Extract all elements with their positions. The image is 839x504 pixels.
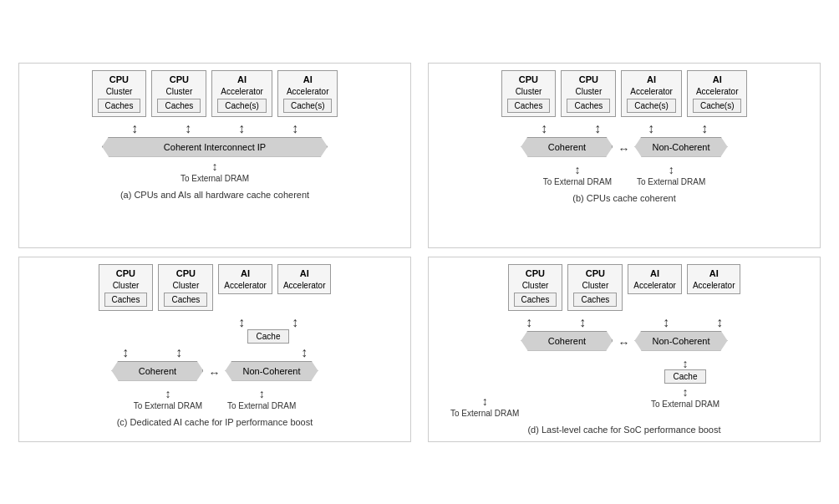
c-ai-arrow-2: ↕ bbox=[271, 316, 319, 329]
ai-accel-1: AI Accelerator Cache(s) bbox=[211, 70, 272, 117]
banners-b: Coherent ↔ Non-Coherent bbox=[521, 137, 727, 160]
d-ai-2: AI Accelerator bbox=[687, 264, 741, 294]
b-cpu-2: CPU Cluster Caches bbox=[561, 70, 616, 117]
components-row-c: CPU Cluster Caches CPU Cluster Caches AI… bbox=[99, 264, 332, 311]
b-ai-2: AI Accelerator Cache(s) bbox=[687, 70, 748, 117]
d-cpu-1: CPU Cluster Caches bbox=[508, 264, 563, 311]
interconnect-banner-a: Coherent Interconnect IP bbox=[102, 137, 328, 157]
arrow-4: ↕ bbox=[271, 122, 319, 135]
dram-label-a: To External DRAM bbox=[181, 174, 249, 183]
c-cpu-2: CPU Cluster Caches bbox=[158, 264, 213, 311]
coherent-banner-b: Coherent bbox=[521, 137, 613, 157]
dram-item-c1: ↕ To External DRAM bbox=[134, 388, 202, 412]
arrows-a: ↕ ↕ ↕ ↕ bbox=[26, 122, 404, 135]
coherent-banner-d: Coherent bbox=[521, 331, 613, 351]
d-cpu-arrow-1: ↕ bbox=[505, 316, 553, 329]
c-cache-box-row: Cache bbox=[26, 329, 404, 346]
c-ai-cache: Cache bbox=[247, 329, 290, 344]
cache-box-4: Cache(s) bbox=[283, 99, 333, 113]
ai-accel-2: AI Accelerator Cache(s) bbox=[277, 70, 338, 117]
c-ai-cache-row: ↕ ↕ bbox=[26, 316, 404, 329]
c-cpu-arrow-2: ↕ bbox=[155, 346, 203, 359]
d-llc-cache: Cache bbox=[664, 369, 707, 384]
c-cache-arrow: ↕ bbox=[280, 346, 328, 359]
cache-box-3: Cache(s) bbox=[217, 99, 267, 113]
diagram-b: CPU Cluster Caches CPU Cluster Caches AI… bbox=[428, 63, 821, 248]
components-row-d: CPU Cluster Caches CPU Cluster Caches AI… bbox=[508, 264, 741, 311]
cache-box-2: Caches bbox=[157, 99, 201, 113]
diagram-title-b: (b) CPUs cache coherent bbox=[572, 193, 676, 203]
cpu-cluster-2: CPU Cluster Caches bbox=[151, 70, 206, 117]
arrow-3: ↕ bbox=[217, 122, 266, 135]
c-ai-1: AI Accelerator bbox=[218, 264, 272, 294]
d-ai-arrow-1: ↕ bbox=[642, 316, 690, 329]
dram-item-c2: ↕ To External DRAM bbox=[227, 388, 296, 412]
d-ai-1: AI Accelerator bbox=[628, 264, 682, 294]
dram-arrow-a: ↕ bbox=[212, 160, 218, 172]
diagram-c: CPU Cluster Caches CPU Cluster Caches AI… bbox=[18, 257, 411, 442]
b-ai-1: AI Accelerator Cache(s) bbox=[621, 70, 682, 117]
d-cpu-2: CPU Cluster Caches bbox=[567, 264, 623, 311]
arrow-2: ↕ bbox=[164, 122, 212, 135]
cache-box-1: Caches bbox=[98, 99, 141, 113]
diagram-title-c: (c) Dedicated AI cache for IP performanc… bbox=[117, 417, 313, 427]
dram-item-b1: ↕ To External DRAM bbox=[543, 164, 612, 188]
dram-item-b2: ↕ To External DRAM bbox=[637, 164, 705, 188]
noncoherent-banner-b: Non-Coherent bbox=[634, 137, 727, 157]
b-arrow-4: ↕ bbox=[680, 122, 729, 135]
c-cpu-arrow-1: ↕ bbox=[101, 346, 150, 359]
noncoherent-banner-d: Non-Coherent bbox=[634, 331, 727, 351]
b-arrow-3: ↕ bbox=[627, 122, 675, 135]
banner-arrow-c: ↔ bbox=[206, 366, 221, 379]
components-row-a: CPU Cluster Caches CPU Cluster Caches AI… bbox=[92, 70, 338, 117]
b-arrow-1: ↕ bbox=[520, 122, 568, 135]
diagram-title-a: (a) CPUs and AIs all hardware cache cohe… bbox=[120, 190, 309, 200]
b-cpu-1: CPU Cluster Caches bbox=[501, 70, 557, 117]
b-arrow-2: ↕ bbox=[573, 122, 622, 135]
diagram-d: CPU Cluster Caches CPU Cluster Caches AI… bbox=[428, 257, 821, 442]
arrow-1: ↕ bbox=[110, 122, 159, 135]
banners-c: Coherent ↔ Non-Coherent bbox=[111, 361, 318, 384]
banner-arrow-d: ↔ bbox=[616, 336, 631, 349]
c-ai-2: AI Accelerator bbox=[277, 264, 332, 294]
coherent-banner-c: Coherent bbox=[111, 361, 203, 381]
cpu-cluster-1: CPU Cluster Caches bbox=[92, 70, 147, 117]
dram-row-c: ↕ To External DRAM ↕ To External DRAM bbox=[134, 388, 297, 412]
components-row-b: CPU Cluster Caches CPU Cluster Caches AI… bbox=[501, 70, 748, 117]
banners-d: Coherent ↔ Non-Coherent bbox=[521, 331, 727, 354]
d-cpu-arrow-2: ↕ bbox=[558, 316, 607, 329]
dram-row-b: ↕ To External DRAM ↕ To External DRAM bbox=[543, 164, 706, 188]
dram-item-d1: ↕ To External DRAM bbox=[450, 395, 519, 420]
banner-arrow-b: ↔ bbox=[616, 142, 631, 155]
diagram-title-d: (d) Last-level cache for SoC performance… bbox=[527, 425, 720, 435]
diagram-a: CPU Cluster Caches CPU Cluster Caches AI… bbox=[18, 63, 411, 248]
noncoherent-banner-c: Non-Coherent bbox=[225, 361, 318, 381]
c-cpu-1: CPU Cluster Caches bbox=[99, 264, 154, 311]
main-container: CPU Cluster Caches CPU Cluster Caches AI… bbox=[10, 54, 829, 451]
d-llc-arrow: ↕ bbox=[683, 358, 689, 369]
d-ai-arrow-2: ↕ bbox=[695, 316, 744, 329]
c-ai-arrow-1: ↕ bbox=[217, 316, 266, 329]
